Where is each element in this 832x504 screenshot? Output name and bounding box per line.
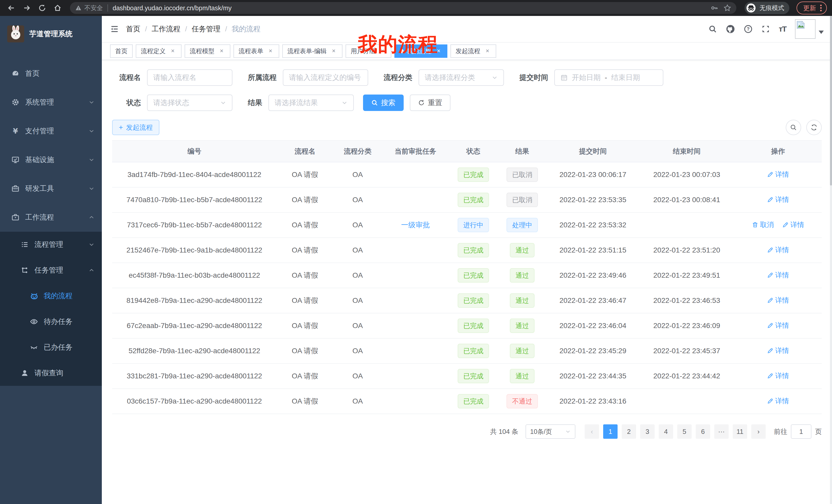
table-row: 3ad174fb-7b9d-11ec-8404-acde48001122OA 请… <box>112 162 822 187</box>
close-icon[interactable]: × <box>484 48 491 55</box>
breadcrumb-current: 我的流程 <box>232 24 260 34</box>
github-icon[interactable] <box>726 24 735 34</box>
page-button-1[interactable]: 1 <box>603 424 618 439</box>
status-label: 状态 <box>127 98 141 108</box>
column-header: 结果 <box>498 141 547 162</box>
fullscreen-icon[interactable] <box>761 25 770 33</box>
page-button-5[interactable]: 5 <box>677 424 692 439</box>
detail-action[interactable]: 详情 <box>782 220 804 229</box>
browser-menu-icon[interactable] <box>820 5 822 11</box>
avatar-caret-icon[interactable] <box>818 31 824 34</box>
breadcrumb-workflow[interactable]: 工作流程 <box>152 24 181 34</box>
table-refresh-icon[interactable] <box>806 120 822 135</box>
back-icon[interactable] <box>5 2 18 14</box>
sidebar-item-done-task[interactable]: 已办任务 <box>0 334 102 360</box>
sidebar-item-task-mgmt[interactable]: 任务管理 <box>0 257 102 283</box>
list-icon <box>21 241 29 249</box>
search-button[interactable]: 搜索 <box>363 94 404 111</box>
cell-end-time: 2022-01-22 23:46:53 <box>639 288 734 313</box>
cell-task <box>382 389 449 414</box>
table-search-icon[interactable] <box>786 120 801 135</box>
detail-action[interactable]: 详情 <box>767 195 789 204</box>
page-button-6[interactable]: 6 <box>696 424 710 439</box>
detail-action[interactable]: 详情 <box>767 170 789 179</box>
cell-submit-time: 2022-01-22 23:53:35 <box>547 187 639 213</box>
app-logo[interactable]: 芋道管理系统 <box>0 16 102 52</box>
update-button[interactable]: 更新 <box>797 2 827 15</box>
end-date-placeholder[interactable]: 结束日期 <box>611 73 640 82</box>
cancel-action[interactable]: 取消 <box>752 220 774 229</box>
result-select[interactable]: 请选择流结果 <box>268 94 354 111</box>
process-definition-input[interactable] <box>283 69 368 86</box>
detail-action[interactable]: 详情 <box>767 245 789 255</box>
date-range-picker[interactable]: 开始日期 - 结束日期 <box>554 69 663 86</box>
tab-process-form[interactable]: 流程表单× <box>233 45 279 58</box>
bookmark-star-icon[interactable] <box>724 4 731 12</box>
tab-home[interactable]: 首页 <box>110 45 133 58</box>
help-icon[interactable]: ? <box>744 25 753 33</box>
next-page-button[interactable]: › <box>751 424 766 439</box>
detail-action[interactable]: 详情 <box>767 371 789 381</box>
reset-button[interactable]: 重置 <box>410 94 450 111</box>
sidebar-item-devtools[interactable]: 研发工具 <box>0 174 102 203</box>
address-bar[interactable]: 不安全 dashboard.yudao.iocoder.cn/bpm/task/… <box>70 2 736 14</box>
page-button-3[interactable]: 3 <box>640 424 655 439</box>
breadcrumb-task-mgmt[interactable]: 任务管理 <box>192 24 220 34</box>
search-icon[interactable] <box>708 25 717 33</box>
more-pages-button[interactable]: ··· <box>714 424 729 439</box>
sidebar-item-infra[interactable]: 基础设施 <box>0 145 102 174</box>
table-row: 7317cec6-7b9b-11ec-b5b7-acde48001122OA 请… <box>112 213 822 237</box>
sidebar-item-my-process[interactable]: 我的流程 <box>0 283 102 309</box>
status-select[interactable]: 请选择状态 <box>147 94 232 111</box>
process-name-input[interactable] <box>147 69 232 86</box>
url-text[interactable]: dashboard.yudao.iocoder.cn/bpm/task/my <box>113 4 705 12</box>
close-icon[interactable]: × <box>267 48 274 55</box>
goto-page-input[interactable] <box>791 424 811 439</box>
reload-icon[interactable] <box>36 2 48 14</box>
scrollbar-thumb[interactable] <box>830 16 832 186</box>
tab-process-definition[interactable]: 流程定义× <box>136 45 182 58</box>
close-icon[interactable]: × <box>330 48 337 55</box>
prev-page-button[interactable]: ‹ <box>585 424 599 439</box>
close-icon[interactable]: × <box>169 48 176 55</box>
tab-process-model[interactable]: 流程模型× <box>185 45 230 58</box>
cell-status: 已完成 <box>449 263 498 288</box>
detail-action[interactable]: 详情 <box>767 271 789 280</box>
pencil-icon <box>767 347 774 354</box>
password-key-icon[interactable] <box>711 4 718 12</box>
page-size-select[interactable]: 10条/页 <box>525 424 575 439</box>
avatar[interactable] <box>795 19 815 39</box>
start-date-placeholder[interactable]: 开始日期 <box>572 73 601 82</box>
detail-action[interactable]: 详情 <box>767 396 789 405</box>
page-button-4[interactable]: 4 <box>659 424 673 439</box>
cell-category: OA <box>333 187 382 213</box>
detail-action[interactable]: 详情 <box>767 296 789 305</box>
cell-category: OA <box>333 313 382 338</box>
category-select[interactable]: 请选择流程分类 <box>419 69 504 86</box>
breadcrumb-home[interactable]: 首页 <box>126 24 140 34</box>
tab-start-process[interactable]: 发起流程× <box>450 45 496 58</box>
start-process-button[interactable]: + 发起流程 <box>112 120 159 135</box>
sidebar-item-leave-query[interactable]: 请假查询 <box>0 360 102 386</box>
close-icon[interactable]: × <box>218 48 225 55</box>
tab-process-form-edit[interactable]: 流程表单-编辑× <box>282 45 342 58</box>
home-icon[interactable] <box>51 2 64 14</box>
cell-end-time <box>639 213 734 237</box>
detail-action[interactable]: 详情 <box>767 346 789 355</box>
sidebar-item-system[interactable]: 系统管理 <box>0 88 102 117</box>
security-label[interactable]: 不安全 <box>84 4 103 12</box>
hamburger-fold-icon[interactable] <box>110 25 119 33</box>
current-task-link[interactable]: 一级审批 <box>401 221 430 229</box>
sidebar-item-todo-task[interactable]: 待办任务 <box>0 309 102 334</box>
sidebar-item-payment[interactable]: ¥支付管理 <box>0 117 102 145</box>
page-button-2[interactable]: 2 <box>622 424 636 439</box>
sidebar-item-home[interactable]: 首页 <box>0 59 102 88</box>
sidebar-item-process-mgmt[interactable]: 流程管理 <box>0 232 102 257</box>
detail-action[interactable]: 详情 <box>767 321 789 330</box>
scrollbar[interactable] <box>830 16 832 504</box>
trash-icon <box>752 221 758 228</box>
forward-icon[interactable] <box>21 2 33 14</box>
page-button-11[interactable]: 11 <box>733 424 747 439</box>
sidebar-item-workflow[interactable]: 工作流程 <box>0 203 102 232</box>
font-size-icon[interactable]: тT <box>779 25 786 33</box>
